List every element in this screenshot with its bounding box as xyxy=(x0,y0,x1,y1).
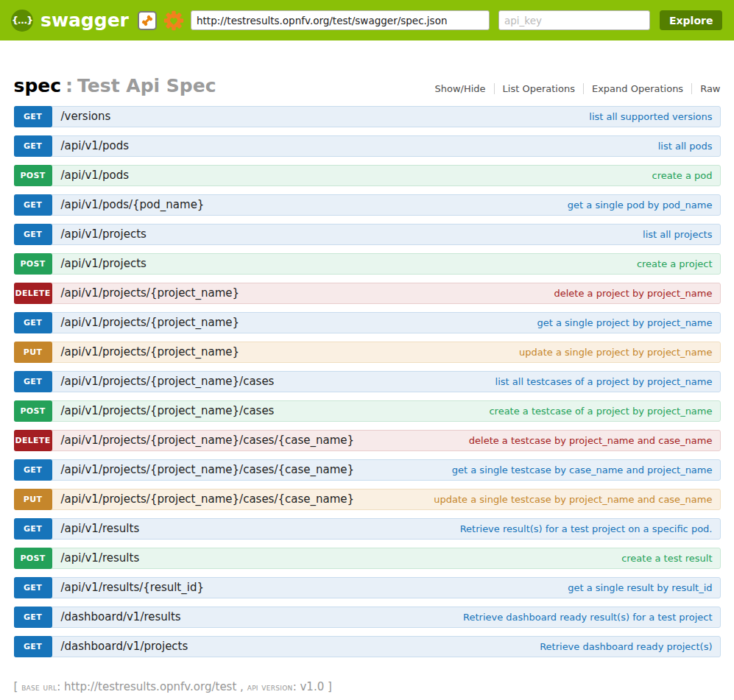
method-badge: GET xyxy=(14,459,52,481)
method-badge: GET xyxy=(14,312,52,333)
api-title-text: Test Api Spec xyxy=(77,75,216,96)
endpoint-description[interactable]: get a single pod by pod_name xyxy=(568,195,713,215)
endpoint-path[interactable]: /versions xyxy=(61,107,111,127)
explore-button[interactable]: Explore xyxy=(660,10,722,30)
endpoint-row[interactable]: GET /dashboard/v1/projects Retrieve dash… xyxy=(14,636,721,657)
method-badge: GET xyxy=(14,371,52,392)
swagger-logo[interactable]: {…} swagger xyxy=(11,10,138,32)
endpoint-description[interactable]: Retrieve dashboard ready result(s) for a… xyxy=(463,607,712,627)
operations-links: Show/HideList OperationsExpand Operation… xyxy=(426,83,720,94)
spec-url-input[interactable] xyxy=(191,10,490,30)
endpoint-path[interactable]: /api/v1/results xyxy=(61,548,140,568)
bone-icon xyxy=(141,14,154,27)
endpoint-row[interactable]: GET /api/v1/projects/{project_name}/case… xyxy=(14,371,721,392)
endpoint-path[interactable]: /api/v1/results xyxy=(61,519,140,539)
gear-heart-icon[interactable] xyxy=(163,10,185,32)
method-badge: GET xyxy=(14,607,52,628)
expand-operations-link[interactable]: Expand Operations xyxy=(584,83,692,94)
endpoint-description[interactable]: list all testcases of a project by proje… xyxy=(495,372,713,392)
method-badge: PUT xyxy=(14,342,52,363)
endpoint-description[interactable]: list all projects xyxy=(643,225,712,244)
endpoint-row[interactable]: POST /api/v1/projects create a project xyxy=(14,253,721,275)
api-version-label: api version xyxy=(247,682,293,693)
endpoint-row[interactable]: POST /api/v1/projects/{project_name}/cas… xyxy=(14,400,721,422)
endpoint-path[interactable]: /api/v1/projects/{project_name} xyxy=(61,283,240,303)
base-url-footer: [ base url: http://testresults.opnfv.org… xyxy=(14,680,721,693)
method-badge: POST xyxy=(14,253,52,275)
base-url-label: base url xyxy=(21,682,57,693)
endpoint-row[interactable]: PUT /api/v1/projects/{project_name}/case… xyxy=(14,489,721,510)
endpoint-row[interactable]: GET /api/v1/results/{result_id} get a si… xyxy=(14,577,721,598)
endpoint-path[interactable]: /api/v1/projects/{project_name}/cases/{c… xyxy=(61,489,355,509)
show-hide-link[interactable]: Show/Hide xyxy=(426,83,494,94)
endpoint-path[interactable]: /dashboard/v1/projects xyxy=(61,637,188,657)
endpoint-row[interactable]: GET /api/v1/pods list all pods xyxy=(14,135,721,157)
swagger-brace-icon: {…} xyxy=(11,10,33,32)
base-url-value: http://testresults.opnfv.org/test xyxy=(64,680,236,693)
method-badge: DELETE xyxy=(14,283,52,304)
bracket-open: [ xyxy=(14,680,18,693)
endpoint-path[interactable]: /api/v1/projects xyxy=(61,225,147,244)
method-badge: PUT xyxy=(14,489,52,510)
method-badge: POST xyxy=(14,548,52,569)
api-key-input[interactable] xyxy=(498,10,650,30)
endpoint-description[interactable]: create a pod xyxy=(652,166,713,185)
endpoint-description[interactable]: get a single testcase by case_name and p… xyxy=(452,460,713,480)
endpoint-row[interactable]: GET /api/v1/projects list all projects xyxy=(14,224,721,245)
endpoint-row[interactable]: GET /api/v1/projects/{project_name} get … xyxy=(14,312,721,333)
endpoint-description[interactable]: Retrieve dashboard ready project(s) xyxy=(540,637,712,657)
endpoint-description[interactable]: list all supported versions xyxy=(589,107,712,127)
endpoint-path[interactable]: /api/v1/projects/{project_name} xyxy=(61,313,240,333)
endpoint-description[interactable]: create a project xyxy=(637,254,713,274)
title-separator: : xyxy=(66,75,73,96)
bracket-close: ] xyxy=(328,680,332,693)
endpoint-description[interactable]: get a single project by project_name xyxy=(537,313,712,333)
method-badge: GET xyxy=(14,636,52,657)
method-badge: GET xyxy=(14,194,52,216)
endpoint-row[interactable]: DELETE /api/v1/projects/{project_name} d… xyxy=(14,283,721,304)
brand-title: swagger xyxy=(40,10,129,31)
endpoint-description[interactable]: update a single project by project_name xyxy=(519,342,712,362)
content: spec:Test Api Spec Show/HideList Operati… xyxy=(14,75,721,693)
endpoint-description[interactable]: Retrieve result(s) for a test project on… xyxy=(460,519,713,539)
endpoint-row[interactable]: GET /versions list all supported version… xyxy=(14,106,721,127)
method-badge: GET xyxy=(14,135,52,157)
endpoint-row[interactable]: GET /api/v1/results Retrieve result(s) f… xyxy=(14,518,721,540)
endpoint-path[interactable]: /api/v1/results/{result_id} xyxy=(61,578,204,598)
raw-link[interactable]: Raw xyxy=(692,83,720,94)
link-bone-icon[interactable] xyxy=(138,11,157,30)
endpoint-path[interactable]: /api/v1/pods xyxy=(61,166,130,185)
endpoint-list: GET /versions list all supported version… xyxy=(14,106,721,657)
method-badge: GET xyxy=(14,106,52,127)
endpoint-path[interactable]: /api/v1/projects/{project_name} xyxy=(61,342,240,362)
endpoint-path[interactable]: /api/v1/pods/{pod_name} xyxy=(61,195,205,215)
list-operations-link[interactable]: List Operations xyxy=(495,83,584,94)
endpoint-description[interactable]: create a testcase of a project by projec… xyxy=(489,401,712,421)
endpoint-description[interactable]: update a single testcase by project_name… xyxy=(434,489,712,509)
header-bar: {…} swagger xyxy=(0,0,734,40)
endpoint-path[interactable]: /dashboard/v1/results xyxy=(61,607,181,627)
titlebar: spec:Test Api Spec Show/HideList Operati… xyxy=(14,75,721,96)
spec-name: spec xyxy=(14,75,62,96)
endpoint-row[interactable]: GET /dashboard/v1/results Retrieve dashb… xyxy=(14,607,721,628)
endpoint-row[interactable]: GET /api/v1/projects/{project_name}/case… xyxy=(14,459,721,481)
endpoint-path[interactable]: /api/v1/projects xyxy=(61,254,147,274)
endpoint-description[interactable]: delete a project by project_name xyxy=(554,283,712,303)
endpoint-description[interactable]: create a test result xyxy=(621,548,712,568)
endpoint-description[interactable]: list all pods xyxy=(658,136,713,156)
endpoint-row[interactable]: POST /api/v1/pods create a pod xyxy=(14,165,721,186)
endpoint-path[interactable]: /api/v1/projects/{project_name}/cases xyxy=(61,401,275,421)
endpoint-row[interactable]: DELETE /api/v1/projects/{project_name}/c… xyxy=(14,430,721,451)
method-badge: GET xyxy=(14,518,52,540)
endpoint-path[interactable]: /api/v1/projects/{project_name}/cases xyxy=(61,372,275,392)
endpoint-path[interactable]: /api/v1/projects/{project_name}/cases/{c… xyxy=(61,431,355,450)
method-badge: POST xyxy=(14,400,52,422)
endpoint-row[interactable]: POST /api/v1/results create a test resul… xyxy=(14,548,721,569)
endpoint-row[interactable]: GET /api/v1/pods/{pod_name} get a single… xyxy=(14,194,721,216)
endpoint-path[interactable]: /api/v1/projects/{project_name}/cases/{c… xyxy=(61,460,355,480)
endpoint-row[interactable]: PUT /api/v1/projects/{project_name} upda… xyxy=(14,342,721,363)
endpoint-description[interactable]: get a single result by result_id xyxy=(568,578,712,598)
endpoint-description[interactable]: delete a testcase by project_name and ca… xyxy=(469,431,713,450)
endpoint-path[interactable]: /api/v1/pods xyxy=(61,136,130,156)
method-badge: GET xyxy=(14,224,52,245)
